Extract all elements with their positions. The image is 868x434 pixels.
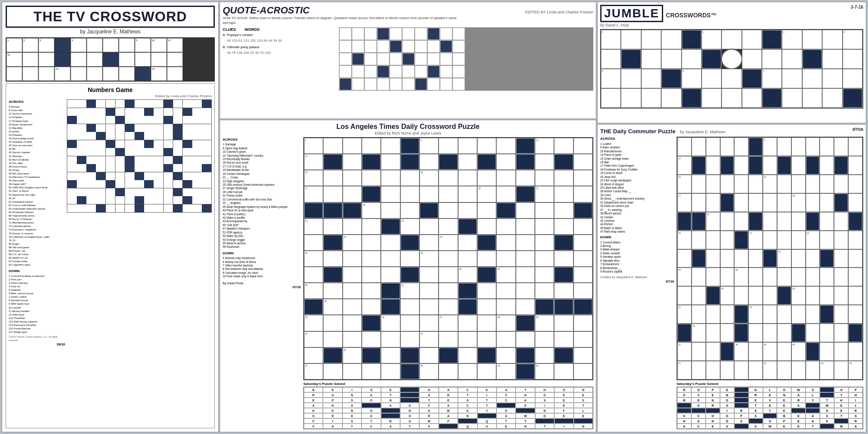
ng-cell [192,204,202,212]
sat-cell: S [419,424,438,429]
sat-cell [574,418,593,424]
la-cell [420,348,438,363]
jumble-cell: 5 [601,69,621,88]
ng-cell [86,116,96,124]
ng-cell [183,180,192,188]
ng-clue: 17 Floating hotel [9,119,65,123]
dc-sat-cell: T [806,424,820,429]
la-cell: 17 [304,186,323,202]
la-cell [343,364,362,379]
la-cell [401,332,419,347]
ng-cell [67,100,77,108]
dc-cell [834,231,848,249]
dc-clue: 38 Bench pieces [600,212,674,215]
dc-cell [706,305,720,323]
la-clue: 25 20th-century Greek-American soprano [223,183,301,187]
ng-clue: 50 1990-2012 Eagles coach Andy [9,186,65,189]
ng-cell [164,172,173,180]
la-cell [516,299,535,315]
dc-clue: 1 Loathe [600,142,674,146]
ng-cell [192,196,202,204]
dc-cell [692,268,706,286]
dc-cell [806,361,820,379]
la-cell [477,315,496,331]
la-cell [381,267,400,283]
sat-cell: Y [477,408,496,413]
la-cell [516,267,535,283]
sat-cell [535,418,554,424]
la-cell [477,235,496,250]
la-crossword-section: Los Angeles Times Daily Crossword Puzzle… [220,120,596,432]
qa-cell [339,66,352,78]
ng-cell [144,116,154,124]
dc-cell: 25 [677,268,691,286]
dc-title: THE Daily Commuter Puzzle [600,128,675,135]
dc-clue: 41 Certain [600,216,674,219]
dc-sat-cell [763,413,777,418]
sat-cell: H [323,403,342,408]
ng-cell [67,108,77,116]
dc-cell [820,286,834,305]
sat-cell: O [496,408,516,413]
ng-cell [86,188,96,196]
ng-cell [106,140,115,148]
la-cell [420,219,438,234]
la-cell: 24 [439,235,457,250]
la-cell: 50 [535,364,554,379]
dc-clue: 7 Embankment [600,263,674,266]
dc-sat-header: Saturday's Puzzle Solved [677,382,863,386]
sat-cell: R [304,392,323,398]
sat-cell: H [516,392,535,398]
la-cell [516,170,535,186]
qa-clue-a-row: A. Popeye's creator [223,33,335,37]
sat-cell: N [516,424,535,429]
jumble-cell [782,89,802,108]
dc-cell [806,286,820,305]
dc-sat-cell: G [749,387,763,392]
dc-sat-cell: E [763,392,777,398]
qa-cell [352,78,364,90]
dc-cell [734,324,748,342]
dc-cell [749,324,763,342]
ng-cell [144,140,154,148]
sat-cell: T [535,424,554,429]
jumble-cell [822,49,842,69]
la-cell [323,186,342,202]
la-cell [439,364,457,379]
ng-cell [135,172,144,180]
dc-cell [749,138,763,156]
la-sat-grid: const satGrid = ["B","E","I","G","E","■"… [303,387,593,429]
dc-cell: 26 [734,268,748,286]
la-saturday-solved: Saturday's Puzzle Solved const satGrid =… [303,382,593,429]
sat-cell: K [477,387,496,392]
la-cell [343,299,362,315]
la-cell [574,299,592,315]
dc-sat-cell [734,424,749,429]
la-clue: 29 Little fruit pie [223,191,301,194]
jumble-author: by David L. Hoyt [600,23,717,27]
dc-cell [734,250,748,268]
la-cell [516,315,535,331]
dc-cell [820,156,834,174]
qa-cell [440,28,452,40]
dc-cell [834,175,848,193]
la-cell [362,267,381,283]
la-clue: 1 Garbage [223,143,301,146]
sat-cell: T [400,424,419,429]
la-cell [554,283,573,299]
jumble-cell [682,89,701,108]
ng-clue: 39 Droop [9,168,65,172]
la-cell [381,186,400,202]
dc-clue: 20 Jeep 4x4 [600,175,674,179]
dc-cell [763,156,777,174]
dc-sat-cell: O [691,387,706,392]
dc-created: Created by Jacqueline E. Mathews [600,275,674,279]
dc-sat-cell: S [791,403,806,408]
main-container: THE TV CROSSWORD by Jacqueline E. Mathew… [0,0,868,434]
dc-sat-cell [749,418,763,424]
la-cell [381,235,400,250]
ng-cell [96,196,105,204]
dc-cell [777,138,791,156]
dc-sat-cell: R [749,392,763,398]
ng-clue: 89 U.K. art home [9,253,65,256]
